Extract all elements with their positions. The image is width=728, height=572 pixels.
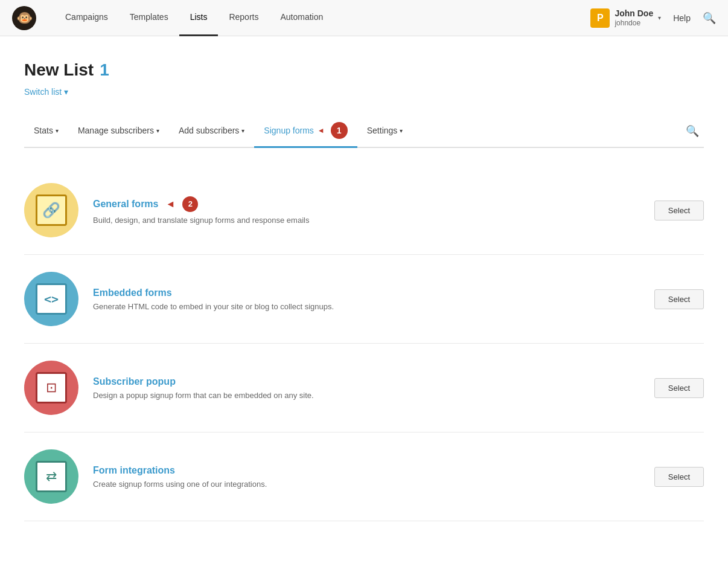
general-forms-badge: 2: [182, 196, 198, 212]
stats-chevron: ▾: [56, 127, 59, 134]
general-forms-select[interactable]: Select: [654, 201, 704, 220]
nav-right: P John Doe johndoe ▾ Help 🔍: [590, 8, 716, 28]
user-handle: johndoe: [615, 19, 653, 28]
nav-links: Campaigns Templates Lists Reports Automa…: [54, 0, 590, 36]
popup-title[interactable]: Subscriber popup: [93, 376, 640, 387]
nav-campaigns[interactable]: Campaigns: [54, 0, 119, 36]
integrations-select[interactable]: Select: [654, 467, 704, 487]
nav-automation[interactable]: Automation: [269, 0, 334, 36]
page-title: New List: [24, 60, 94, 80]
settings-chevron: ▾: [400, 127, 403, 134]
nav-lists[interactable]: Lists: [179, 0, 219, 36]
form-item-popup: ⊡ Subscriber popup Design a popup signup…: [24, 344, 704, 432]
popup-icon: ⊡: [36, 372, 67, 403]
search-icon[interactable]: 🔍: [703, 11, 716, 25]
user-name: John Doe: [615, 8, 653, 19]
sub-nav: Stats ▾ Manage subscribers ▾ Add subscri…: [24, 115, 704, 148]
switch-list-chevron: ▾: [64, 87, 68, 97]
embedded-forms-desc: Generate HTML code to embed in your site…: [93, 302, 640, 311]
user-badge: P: [590, 8, 610, 28]
logo[interactable]: 🐵: [12, 6, 36, 30]
form-item-embedded: <> Embedded forms Generate HTML code to …: [24, 255, 704, 344]
switch-list[interactable]: Switch list ▾: [24, 87, 704, 97]
switch-list-label: Switch list: [24, 87, 62, 97]
popup-icon-bg: ⊡: [24, 361, 78, 415]
subnav-manage[interactable]: Manage subscribers ▾: [68, 118, 169, 144]
top-nav: 🐵 Campaigns Templates Lists Reports Auto…: [0, 0, 728, 36]
subnav-add[interactable]: Add subscribers ▾: [169, 118, 254, 144]
integrations-title[interactable]: Form integrations: [93, 465, 640, 476]
integrations-desc: Create signup forms using one of our int…: [93, 480, 640, 489]
embedded-forms-title[interactable]: Embedded forms: [93, 288, 640, 298]
general-forms-icon-bg: 🔗: [24, 183, 78, 237]
signup-arrow-icon: ◄: [318, 126, 325, 135]
form-item-general: 🔗 General forms ◄ 2 Build, design, and t…: [24, 166, 704, 255]
subnav-signup[interactable]: Signup forms ◄ 1: [254, 115, 357, 148]
popup-desc: Design a popup signup form that can be e…: [93, 391, 640, 400]
embedded-forms-icon-bg: <>: [24, 272, 78, 326]
general-forms-arrow: ◄: [165, 199, 175, 210]
page-content: New List 1 Switch list ▾ Stats ▾ Manage …: [0, 36, 728, 545]
form-list: 🔗 General forms ◄ 2 Build, design, and t…: [24, 166, 704, 521]
manage-chevron: ▾: [156, 127, 159, 134]
nav-templates[interactable]: Templates: [119, 0, 179, 36]
nav-reports[interactable]: Reports: [218, 0, 269, 36]
help-link[interactable]: Help: [673, 13, 691, 23]
embedded-forms-text: Embedded forms Generate HTML code to emb…: [93, 288, 640, 311]
form-item-integrations: ⇄ Form integrations Create signup forms …: [24, 432, 704, 521]
user-info: John Doe johndoe: [615, 8, 653, 28]
popup-select[interactable]: Select: [654, 378, 704, 398]
general-forms-icon: 🔗: [36, 194, 67, 226]
subnav-settings[interactable]: Settings ▾: [357, 118, 413, 144]
subnav-search[interactable]: 🔍: [681, 120, 704, 143]
integrations-icon: ⇄: [36, 461, 67, 492]
integrations-text: Form integrations Create signup forms us…: [93, 465, 640, 489]
general-forms-desc: Build, design, and translate signup form…: [93, 216, 640, 225]
general-forms-text: General forms ◄ 2 Build, design, and tra…: [93, 196, 640, 225]
page-title-area: New List 1: [24, 60, 704, 80]
chevron-down-icon: ▾: [658, 14, 661, 21]
popup-text: Subscriber popup Design a popup signup f…: [93, 376, 640, 400]
user-area[interactable]: P John Doe johndoe ▾: [590, 8, 661, 28]
embedded-forms-icon: <>: [36, 283, 67, 315]
add-chevron: ▾: [241, 127, 244, 134]
integrations-icon-bg: ⇄: [24, 449, 78, 504]
general-forms-title[interactable]: General forms ◄ 2: [93, 196, 640, 212]
subnav-stats[interactable]: Stats ▾: [24, 118, 68, 144]
signup-badge: 1: [331, 122, 348, 139]
embedded-forms-select[interactable]: Select: [654, 289, 704, 309]
page-title-number: 1: [100, 60, 109, 80]
